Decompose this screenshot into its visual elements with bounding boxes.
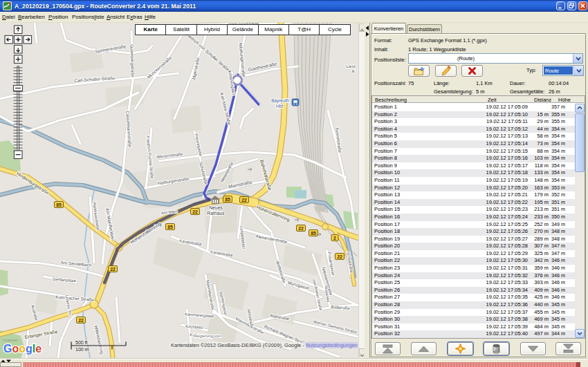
svg-text:85: 85 xyxy=(225,197,230,202)
svg-text:85: 85 xyxy=(311,231,316,236)
svg-text:E: E xyxy=(352,69,355,73)
svg-text:Regierung von: Regierung von xyxy=(194,334,221,338)
svg-text:Bayreuth: Bayreuth xyxy=(271,98,289,104)
svg-text:100 m: 100 m xyxy=(75,347,89,352)
svg-text:Hbf: Hbf xyxy=(276,104,283,109)
svg-text:85: 85 xyxy=(167,225,173,229)
svg-text:Land: Land xyxy=(347,64,356,68)
svg-text:22: 22 xyxy=(241,198,247,203)
svg-text:85: 85 xyxy=(56,203,62,207)
svg-text:22: 22 xyxy=(192,209,198,214)
svg-text:Neues: Neues xyxy=(209,205,223,210)
svg-text:22: 22 xyxy=(298,226,304,231)
svg-text:22: 22 xyxy=(337,254,342,259)
svg-text:22: 22 xyxy=(78,318,84,323)
svg-text:2: 2 xyxy=(333,236,336,241)
svg-text:500 ft: 500 ft xyxy=(75,340,88,345)
svg-text:Google: Google xyxy=(3,343,42,355)
svg-text:Rathaus: Rathaus xyxy=(207,211,225,216)
svg-text:22: 22 xyxy=(110,267,116,272)
